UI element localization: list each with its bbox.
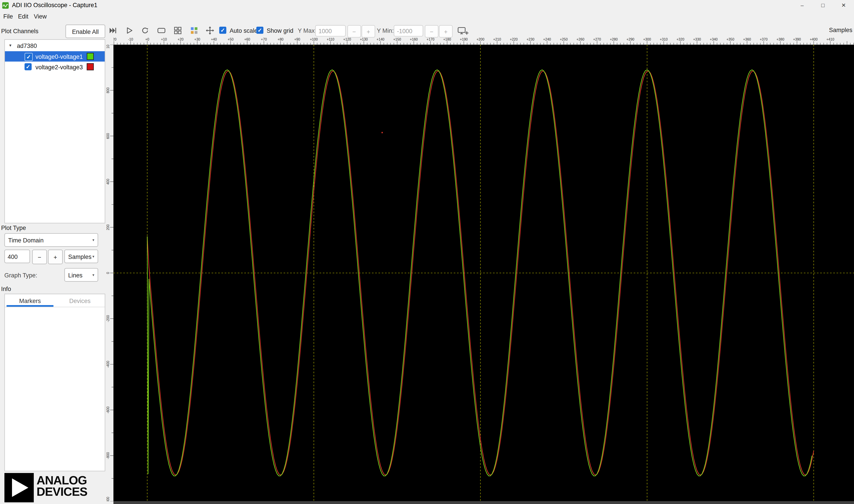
check-icon: ✓ [258, 28, 262, 33]
channel-tree: ▾ ad7380 ✓ voltage0-voltage1 ✓ voltage2-… [4, 39, 105, 223]
chevron-down-icon: ▾ [92, 238, 94, 242]
y-max-increment-button[interactable]: + [362, 25, 375, 37]
check-icon: ✓ [26, 54, 31, 59]
svg-text:+330: +330 [693, 37, 701, 41]
check-icon: ✓ [26, 64, 31, 69]
titlebar: ADI IIO Oscilloscope - Capture1 – □ ✕ [0, 0, 854, 11]
svg-text:+110: +110 [327, 37, 334, 41]
svg-text:+240: +240 [543, 37, 551, 41]
sample-count-increment-button[interactable]: + [48, 250, 62, 264]
move-icon[interactable] [204, 24, 216, 37]
svg-text:+360: +360 [743, 37, 751, 41]
y-max-input[interactable] [315, 25, 346, 36]
chevron-down-icon: ▾ [92, 273, 94, 277]
svg-text:+320: +320 [676, 37, 685, 41]
svg-text:-400: -400 [106, 361, 110, 368]
svg-text:-1000: -1000 [106, 497, 110, 501]
plot-type-dropdown[interactable]: Time Domain ▾ [4, 233, 98, 247]
svg-text:+380: +380 [777, 37, 784, 41]
svg-text:+180: +180 [443, 37, 451, 41]
sample-count-input[interactable] [4, 250, 30, 263]
close-button[interactable]: ✕ [833, 0, 854, 11]
svg-text:+170: +170 [427, 37, 435, 41]
svg-text:+20: +20 [178, 37, 184, 41]
svg-text:+100: +100 [310, 37, 318, 41]
channel-grid-icon[interactable] [172, 24, 184, 37]
window-title: ADI IIO Oscilloscope - Capture1 [12, 2, 97, 8]
svg-text:+150: +150 [393, 37, 401, 41]
y-min-increment-button[interactable]: + [439, 25, 453, 37]
auto-scale-label: Auto scale [230, 27, 258, 34]
svg-text:+90: +90 [294, 37, 300, 41]
svg-text:+280: +280 [610, 37, 618, 41]
svg-text:+70: +70 [261, 37, 267, 41]
svg-text:+40: +40 [211, 37, 217, 41]
svg-text:+310: +310 [660, 37, 668, 41]
channel-checkbox[interactable]: ✓ [24, 63, 32, 70]
menu-edit[interactable]: Edit [18, 13, 28, 20]
graph-type-dropdown[interactable]: Lines ▾ [65, 268, 98, 282]
repeat-capture-icon[interactable] [139, 24, 151, 37]
samples-column-header: Samples [829, 27, 852, 33]
channel-color-swatch[interactable] [87, 53, 94, 60]
svg-text:0: 0 [106, 272, 110, 274]
play-icon[interactable] [123, 24, 135, 37]
samples-unit-dropdown[interactable]: Samples ▾ [65, 250, 98, 263]
tab-markers-label: Markers [19, 297, 41, 304]
screenshot-icon[interactable] [456, 24, 470, 37]
menu-view[interactable]: View [34, 13, 47, 20]
svg-text:+200: +200 [476, 37, 485, 41]
sample-count-decrement-button[interactable]: − [32, 250, 47, 264]
minimize-button[interactable]: – [792, 0, 813, 11]
svg-text:+190: +190 [460, 37, 468, 41]
active-tab-underline [6, 305, 53, 307]
svg-text:-600: -600 [106, 407, 110, 414]
adi-logo [4, 473, 34, 502]
channel-row-voltage2-voltage3[interactable]: ✓ voltage2-voltage3 [5, 61, 105, 72]
svg-text:-200: -200 [106, 315, 110, 322]
y-min-decrement-button[interactable]: − [425, 25, 438, 37]
check-icon: ✓ [221, 28, 225, 33]
channel-color-swatch[interactable] [87, 63, 94, 70]
enable-all-button[interactable]: Enable All [66, 24, 105, 38]
show-grid-checkbox[interactable]: ✓ [256, 27, 264, 34]
svg-text:+350: +350 [726, 37, 734, 41]
maximize-button[interactable]: □ [813, 0, 833, 11]
channel-row-voltage0-voltage1[interactable]: ✓ voltage0-voltage1 [5, 51, 105, 61]
svg-text:800: 800 [106, 87, 110, 93]
y-max-decrement-button[interactable]: − [347, 25, 361, 37]
svg-text:+210: +210 [493, 37, 501, 41]
svg-text:+130: +130 [360, 37, 368, 41]
device-label: ad7380 [17, 42, 37, 49]
device-row-ad7380[interactable]: ▾ ad7380 [5, 41, 105, 51]
svg-text:+30: +30 [194, 37, 200, 41]
svg-text:+230: +230 [526, 37, 534, 41]
svg-text:+60: +60 [244, 37, 250, 41]
channel-checkbox[interactable]: ✓ [24, 53, 33, 61]
oscilloscope-plot[interactable] [113, 45, 854, 501]
plot-horizontal-scrollbar[interactable] [113, 501, 854, 504]
y-max-label: Y Max: [298, 27, 316, 34]
capture-icon[interactable] [107, 24, 119, 37]
graph-type-label: Graph Type: [4, 272, 37, 278]
auto-scale-checkbox[interactable]: ✓ [219, 27, 226, 34]
markers-panel [5, 307, 105, 471]
svg-text:-20: -20 [113, 37, 116, 41]
svg-text:+120: +120 [343, 37, 351, 41]
tab-markers[interactable]: Markers [5, 294, 55, 307]
svg-text:600: 600 [106, 133, 110, 139]
app-window: ADI IIO Oscilloscope - Capture1 – □ ✕ Fi… [0, 0, 854, 504]
plot-type-value: Time Domain [8, 237, 44, 243]
channel-label: voltage2-voltage3 [35, 64, 83, 70]
y-min-input[interactable] [394, 25, 423, 36]
menu-file[interactable]: File [3, 13, 13, 20]
tab-devices[interactable]: Devices [55, 294, 105, 307]
expander-icon[interactable]: ▾ [10, 43, 12, 48]
plot-layout-icon[interactable] [188, 24, 200, 37]
y-min-label: Y Min: [377, 27, 394, 34]
svg-text:-800: -800 [106, 452, 110, 459]
svg-text:+140: +140 [377, 37, 385, 41]
info-panel: Markers Devices [4, 294, 105, 471]
svg-text:+290: +290 [626, 37, 635, 41]
display-icon[interactable] [156, 24, 167, 37]
